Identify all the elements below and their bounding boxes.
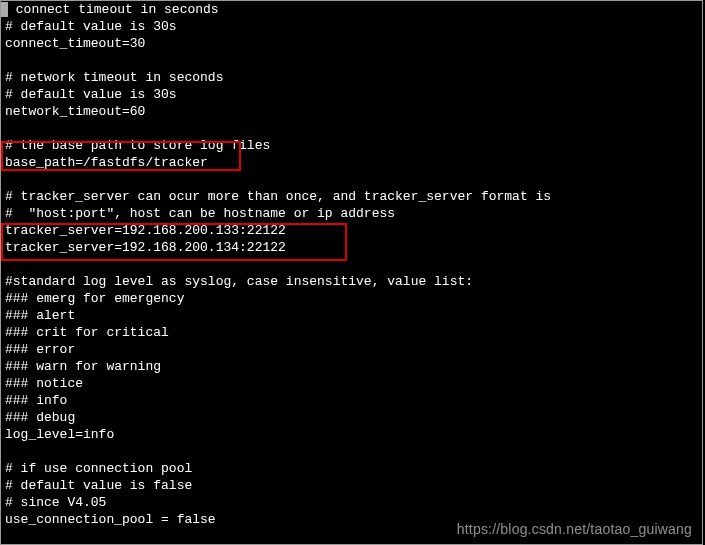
config-line: # since V4.05 xyxy=(5,494,698,511)
config-line: ### error xyxy=(5,341,698,358)
config-line xyxy=(5,52,698,69)
config-line: #standard log level as syslog, case inse… xyxy=(5,273,698,290)
config-line: ### emerg for emergency xyxy=(5,290,698,307)
config-line: # the base path to store log files xyxy=(5,137,698,154)
config-line: # tracker_server can ocur more than once… xyxy=(5,188,698,205)
config-line: ### info xyxy=(5,392,698,409)
config-line: base_path=/fastdfs/tracker xyxy=(5,154,698,171)
config-line: connect_timeout=30 xyxy=(5,35,698,52)
config-line: ### warn for warning xyxy=(5,358,698,375)
config-line: # default value is false xyxy=(5,477,698,494)
cursor-block xyxy=(1,2,8,17)
config-line: log_level=info xyxy=(5,426,698,443)
config-line xyxy=(5,256,698,273)
config-line: ### debug xyxy=(5,409,698,426)
config-line xyxy=(5,120,698,137)
config-line: # network timeout in seconds xyxy=(5,69,698,86)
config-line xyxy=(5,171,698,188)
config-line: tracker_server=192.168.200.134:22122 xyxy=(5,239,698,256)
config-line: network_timeout=60 xyxy=(5,103,698,120)
config-line: # "host:port", host can be hostname or i… xyxy=(5,205,698,222)
watermark-text: https://blog.csdn.net/taotao_guiwang xyxy=(457,521,692,538)
config-line xyxy=(5,443,698,460)
config-line: ### notice xyxy=(5,375,698,392)
terminal-viewport[interactable]: connect timeout in seconds # default val… xyxy=(0,0,703,545)
config-line: # default value is 30s xyxy=(5,18,698,35)
config-line: # if use connection pool xyxy=(5,460,698,477)
config-line: ### crit for critical xyxy=(5,324,698,341)
config-line: ### alert xyxy=(5,307,698,324)
config-line: tracker_server=192.168.200.133:22122 xyxy=(5,222,698,239)
config-line: # default value is 30s xyxy=(5,86,698,103)
config-line: connect timeout in seconds xyxy=(8,1,219,18)
